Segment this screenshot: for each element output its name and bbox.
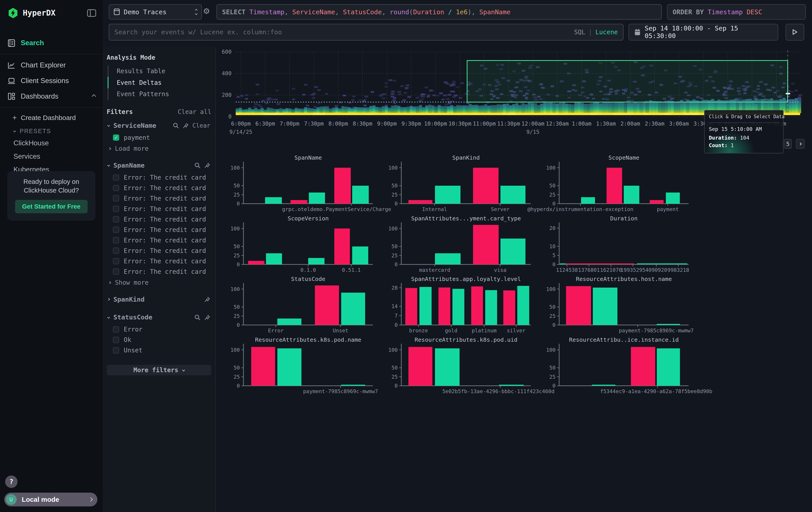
delta-bar[interactable]	[650, 200, 664, 204]
delta-bar[interactable]	[251, 347, 275, 385]
delta-bar[interactable]	[435, 253, 461, 265]
chart-svg[interactable]: SpanAttributes...yment.card_type02550100…	[386, 214, 531, 275]
delta-bar[interactable]	[334, 228, 350, 265]
chart-svg[interactable]: ScopeVersion025501000.1.00.51.1	[228, 214, 373, 275]
gear-icon[interactable]: ⚙	[203, 7, 210, 16]
next-page-button[interactable]	[796, 139, 805, 149]
delta-bar[interactable]	[657, 348, 680, 386]
delta-bar[interactable]	[607, 168, 622, 204]
checkbox[interactable]	[113, 347, 119, 353]
delta-bar[interactable]	[657, 324, 680, 325]
delta-bar[interactable]	[435, 348, 460, 386]
run-query-button[interactable]	[786, 24, 804, 41]
filter-option[interactable]: Error: The credit card (…	[107, 266, 211, 277]
chevron-down-icon[interactable]	[107, 124, 110, 127]
delta-bar[interactable]	[453, 289, 464, 325]
filter-option[interactable]: Error: The credit card (…	[107, 193, 211, 204]
delta-bar[interactable]	[408, 347, 432, 385]
pin-icon[interactable]	[204, 296, 210, 302]
get-started-button[interactable]: Get Started for Free	[15, 200, 88, 213]
sidebar-item-services[interactable]: Services	[0, 150, 103, 163]
checkbox[interactable]	[113, 174, 119, 181]
delta-bar[interactable]	[352, 246, 368, 265]
delta-bar[interactable]	[352, 186, 369, 204]
delta-bar[interactable]	[517, 286, 529, 325]
sidebar-item-client-sessions[interactable]: Client Sessions	[0, 73, 103, 89]
delta-bar[interactable]	[503, 291, 515, 325]
order-by-input[interactable]: ORDER BY Timestamp DESC	[667, 4, 806, 20]
delta-bar[interactable]	[309, 193, 325, 204]
create-dashboard-button[interactable]: + Create Dashboard	[0, 111, 103, 125]
delta-bar[interactable]	[593, 288, 618, 325]
delta-bar[interactable]	[308, 258, 324, 265]
sidebar-item-clickhouse[interactable]: ClickHouse	[0, 137, 103, 150]
chart-svg[interactable]: SpanName02550100grpc.oteldemo.PaymentSer…	[228, 153, 373, 214]
delta-bar[interactable]	[473, 168, 499, 204]
chevron-down-icon[interactable]	[107, 316, 110, 319]
analysis-mode-event-deltas[interactable]: Event Deltas	[108, 77, 211, 88]
delta-bar[interactable]	[435, 186, 461, 204]
show-more-button[interactable]: Show more	[107, 277, 211, 289]
delta-bar[interactable]	[408, 200, 432, 204]
delta-bar[interactable]	[471, 287, 483, 325]
checkbox[interactable]	[113, 268, 119, 275]
filter-group-name[interactable]: ServiceName	[113, 122, 156, 129]
sidebar-item-dashboards[interactable]: Dashboards	[0, 89, 103, 104]
chart-svg[interactable]: StatusCode02550100ErrorUnset	[228, 275, 373, 335]
search-icon[interactable]	[194, 162, 201, 168]
checkbox[interactable]	[113, 258, 119, 264]
sidebar-item-search[interactable]: Search	[0, 35, 103, 51]
filter-option[interactable]: Error: The credit card (…	[107, 225, 211, 235]
delta-bar[interactable]	[592, 385, 615, 386]
delta-bar[interactable]	[265, 197, 282, 204]
delta-bar[interactable]	[500, 186, 525, 204]
select-clause-input[interactable]: SELECT Timestamp, ServiceName, StatusCod…	[216, 4, 662, 20]
source-select[interactable]: Demo Traces	[109, 4, 202, 20]
chart-svg[interactable]: SpanAttributes.app.loyalty.level071428br…	[386, 275, 531, 335]
delta-bar[interactable]	[405, 288, 417, 325]
presets-header[interactable]: PRESETS	[0, 125, 103, 137]
pin-icon[interactable]	[204, 314, 210, 321]
chevron-down-icon[interactable]	[107, 164, 110, 167]
filter-option[interactable]: Error	[107, 324, 211, 334]
chevron-right-icon[interactable]	[107, 298, 110, 301]
delta-bar[interactable]	[419, 287, 432, 325]
collapse-sidebar-icon[interactable]	[87, 9, 96, 17]
analysis-mode-results-table[interactable]: Results Table	[108, 65, 211, 77]
filter-option[interactable]: ✓payment	[107, 132, 211, 143]
sidebar-item-chart-explorer[interactable]: Chart Explorer	[0, 57, 103, 73]
delta-bar[interactable]	[581, 197, 595, 204]
delta-bar[interactable]	[485, 290, 497, 325]
delta-bar[interactable]	[666, 193, 680, 204]
delta-bar[interactable]	[334, 168, 351, 204]
clear-filter-button[interactable]: Clear	[192, 122, 210, 129]
chart-svg[interactable]: ResourceAttributes.k8s.pod.uid025501005e…	[386, 335, 531, 396]
delta-bar[interactable]	[291, 200, 308, 204]
filter-option[interactable]: Error: The credit card (…	[107, 246, 211, 256]
delta-bar[interactable]	[248, 261, 264, 265]
analysis-mode-event-patterns[interactable]: Event Patterns	[108, 88, 211, 100]
delta-bar[interactable]	[341, 293, 365, 325]
checkbox[interactable]	[113, 326, 119, 332]
delta-bar[interactable]	[566, 286, 591, 325]
mode-lucene[interactable]: Lucene	[596, 28, 618, 36]
delta-bar[interactable]	[341, 385, 365, 386]
filter-option[interactable]: Error: The credit card (…	[107, 204, 211, 214]
delta-bar[interactable]	[473, 225, 499, 265]
chart-svg[interactable]: ResourceAttribu..ice.instance.id02550100…	[544, 335, 689, 396]
filter-group-name[interactable]: StatusCode	[113, 314, 152, 321]
chart-svg[interactable]: ResourceAttributes.host.name02550100paym…	[544, 275, 689, 335]
more-filters-button[interactable]: More filters	[107, 365, 211, 375]
time-range-picker[interactable]: Sep 14 18:00:00 - Sep 15 05:30:00	[629, 24, 778, 41]
checkbox[interactable]	[113, 206, 119, 212]
delta-bar[interactable]	[277, 319, 301, 325]
delta-bar[interactable]	[624, 186, 639, 204]
load-more-button[interactable]: Load more	[107, 143, 211, 155]
chart-svg[interactable]: ScopeName02550100@hyperdx/instrumentatio…	[544, 153, 689, 214]
help-button[interactable]: ?	[5, 476, 18, 488]
pin-icon[interactable]	[182, 123, 189, 129]
search-icon[interactable]	[194, 314, 201, 321]
checkbox[interactable]	[113, 337, 119, 343]
search-icon[interactable]	[173, 123, 179, 129]
filter-option[interactable]: Error: The credit card (…	[107, 256, 211, 266]
